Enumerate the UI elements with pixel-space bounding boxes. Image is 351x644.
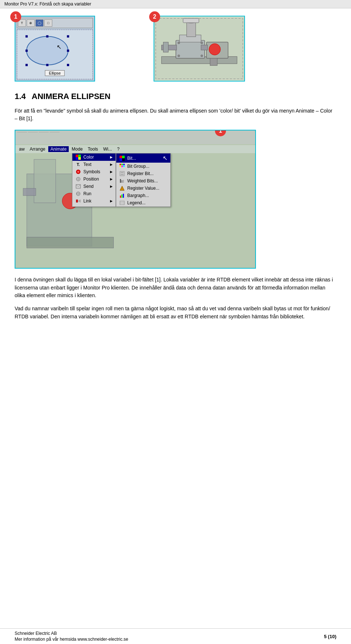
menu-help: ? [115, 146, 122, 152]
image-2: 2 [154, 16, 245, 82]
body-paragraph-2: I denna övningen skall du lägga till en … [15, 276, 336, 300]
svg-rect-66 [121, 166, 123, 167]
svg-rect-6 [26, 64, 28, 66]
svg-line-55 [78, 194, 79, 195]
image-1: 1 T ⊕ ◯ □ [15, 16, 95, 82]
svg-rect-40 [76, 155, 78, 157]
svg-rect-42 [76, 157, 78, 160]
position-arrow: ▶ [110, 177, 113, 181]
svg-rect-41 [78, 155, 81, 157]
page-content: 1 T ⊕ ◯ □ [0, 8, 351, 355]
images-row: 1 T ⊕ ◯ □ [15, 16, 336, 82]
text-label: Text [83, 162, 106, 167]
send-icon [75, 184, 81, 189]
menu-symbols: Symbols ▶ [72, 168, 116, 175]
svg-rect-78 [120, 201, 124, 205]
svg-point-45 [77, 171, 79, 173]
svg-rect-76 [121, 194, 122, 198]
menu-link: Link ▶ [72, 197, 116, 205]
menu-wi: Wi... [101, 146, 114, 152]
svg-rect-2 [46, 35, 48, 37]
link-arrow: ▶ [110, 199, 113, 203]
position-label: Position [83, 177, 106, 182]
menu-position: Position ▶ [72, 175, 116, 183]
section-number: 1.4 [15, 92, 26, 101]
svg-line-50 [76, 185, 78, 187]
text-icon: T. [75, 162, 81, 167]
img2-content [154, 16, 244, 81]
menu-animate: Animate [48, 146, 69, 152]
svg-rect-1 [26, 35, 28, 37]
animate-menu: Color ▶ T. Text ▶ [72, 153, 116, 207]
page-header: Monitor Pro V7.x: Förstå och skapa varia… [0, 0, 351, 8]
svg-rect-30 [34, 159, 56, 203]
svg-rect-8 [67, 64, 69, 66]
svg-rect-75 [120, 196, 121, 198]
svg-point-26 [201, 42, 203, 44]
color-arrow: ▶ [110, 155, 113, 159]
svg-rect-56 [76, 200, 78, 202]
submenu-bit-group: Bit Group... [116, 163, 170, 170]
symbols-icon [75, 169, 81, 174]
run-icon [75, 191, 81, 196]
bit-icon [119, 156, 125, 161]
menu-run: Run [72, 190, 116, 197]
bargraph-icon [119, 193, 125, 198]
svg-point-25 [178, 55, 180, 57]
svg-point-27 [201, 55, 203, 57]
svg-rect-19 [201, 45, 208, 50]
register-value-icon [119, 186, 125, 191]
svg-rect-72 [121, 180, 122, 183]
link-icon [75, 198, 81, 204]
bit-group-label: Bit Group... [127, 164, 167, 169]
svg-point-24 [178, 42, 180, 44]
bit-group-icon [119, 164, 125, 169]
svg-line-51 [78, 185, 80, 187]
menu-arrange: Arrange [27, 146, 48, 152]
svg-rect-23 [163, 42, 169, 52]
svg-rect-60 [120, 158, 122, 161]
submenu-weighted-bits: Weighted Bits... [116, 177, 170, 185]
color-submenu: Bit... ↖ Bit Gr [116, 153, 171, 207]
svg-rect-70 [121, 174, 124, 175]
weighted-bits-label: Weighted Bits... [127, 178, 167, 183]
svg-rect-5 [67, 50, 69, 52]
submenu-register-bit: Register Bit... [116, 170, 170, 177]
menu-text: T. Text ▶ [72, 161, 116, 168]
svg-rect-73 [123, 180, 124, 183]
send-label: Send [83, 184, 106, 189]
menu-tools: Tools [86, 146, 100, 152]
intro-paragraph: För att få en "levande" symbol så skall … [15, 107, 336, 122]
menubar: aw Arrange Animate Mode Tools Wi... ? [15, 145, 255, 153]
submenu-bit: Bit... ↖ [116, 154, 170, 163]
svg-rect-64 [123, 164, 125, 165]
legend-icon [119, 200, 125, 205]
color-label: Color [83, 155, 106, 160]
header-title: Monitor Pro V7.x: Förstå och skapa varia… [4, 1, 91, 7]
svg-rect-77 [123, 194, 124, 198]
svg-text:↖: ↖ [57, 43, 61, 50]
cursor-indicator: ↖ [163, 155, 167, 162]
svg-rect-7 [46, 64, 48, 66]
svg-rect-62 [120, 164, 121, 165]
svg-rect-58 [120, 156, 122, 158]
svg-rect-31 [27, 237, 113, 248]
submenu-legend: Legend... [116, 199, 170, 207]
svg-rect-65 [120, 166, 121, 167]
svg-rect-20 [210, 58, 218, 66]
svg-point-0 [27, 37, 68, 65]
section-title: ANIMERA ELLIPSEN [32, 92, 111, 101]
menu-send: Send ▶ [72, 183, 116, 190]
svg-rect-3 [67, 35, 69, 37]
link-label: Link [83, 198, 106, 204]
badge-2: 2 [149, 11, 160, 22]
badge-1: 1 [10, 11, 21, 22]
body-paragraph-3: Vad du namnar varibeln till spelar ingen… [15, 305, 336, 321]
svg-rect-67 [123, 166, 125, 167]
weighted-bits-icon [119, 178, 125, 183]
symbols-arrow: ▶ [110, 170, 113, 174]
color-icon [75, 155, 81, 160]
bit-label: Bit... [127, 156, 158, 161]
submenu-register-value: Register Value... [116, 185, 170, 192]
svg-point-21 [209, 43, 220, 55]
